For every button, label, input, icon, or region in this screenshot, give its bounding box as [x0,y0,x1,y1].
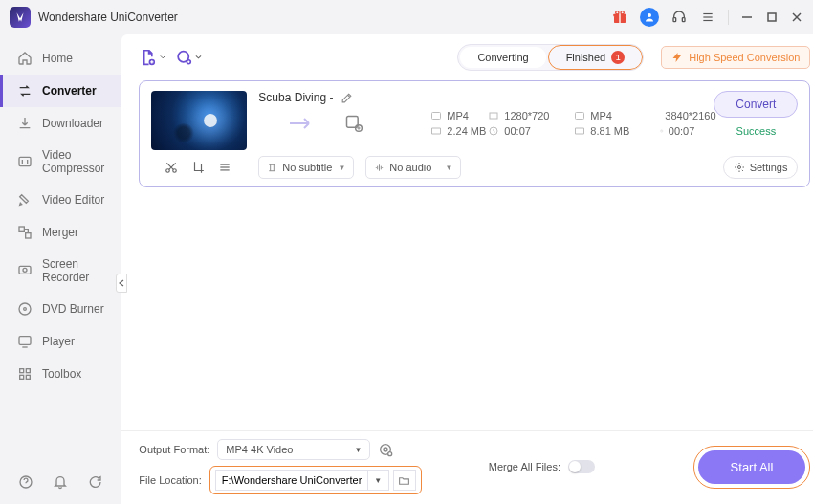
finished-badge: 1 [611,51,625,64]
headset-icon[interactable] [670,9,688,26]
location-highlight: ▼ [209,466,422,494]
svg-point-5 [648,13,651,17]
sidebar: Home Converter Downloader Video Compress… [0,34,121,504]
edit-title-icon[interactable] [341,92,353,104]
sidebar-item-home[interactable]: Home [0,42,121,75]
location-input[interactable] [215,470,368,491]
settings-button[interactable]: Settings [723,156,799,179]
file-title: Scuba Diving - [258,91,333,104]
high-speed-button[interactable]: High Speed Conversion [661,46,810,69]
sidebar-item-editor[interactable]: Video Editor [0,184,121,216]
gift-icon[interactable] [611,9,628,26]
app-logo [10,7,31,28]
footer: Output Format: MP4 4K Video▼ File Locati… [121,430,813,504]
video-thumbnail[interactable] [151,91,247,150]
src-duration: 00:07 [488,125,574,137]
menu-icon[interactable] [699,9,716,26]
src-format: MP4 [430,110,488,121]
feedback-icon[interactable] [86,473,103,491]
output-settings-icon[interactable] [344,114,430,133]
location-dropdown[interactable]: ▼ [368,470,389,491]
crop-icon[interactable] [191,161,205,174]
svg-point-20 [19,303,31,315]
tab-finished[interactable]: Finished 1 [548,45,644,70]
sidebar-item-label: Converter [42,84,97,98]
sidebar-item-label: Video Editor [42,193,104,207]
status-text: Success [736,125,777,137]
dst-size: 8.81 MB [574,125,660,137]
svg-point-4 [621,11,624,14]
svg-rect-23 [20,369,24,373]
audio-select[interactable]: No audio ▼ [365,156,461,179]
svg-rect-31 [432,113,441,120]
sidebar-item-label: Player [42,335,75,348]
sidebar-item-label: Merger [42,226,78,239]
download-icon [17,116,33,131]
sidebar-item-label: Home [42,52,73,65]
convert-button[interactable]: Convert [714,91,798,118]
sidebar-item-label: Toolbox [42,367,81,381]
sidebar-item-converter[interactable]: Converter [0,75,121,107]
location-label: File Location: [139,474,201,486]
maximize-button[interactable] [765,11,779,24]
more-icon[interactable] [218,161,231,174]
toolbox-icon [17,366,33,382]
editor-icon [17,192,33,208]
sidebar-item-label: Video Compressor [42,148,104,175]
close-button[interactable] [790,11,803,24]
merger-icon [17,225,33,240]
bell-icon[interactable] [52,473,69,491]
src-resolution: 1280*720 [488,110,574,121]
svg-rect-33 [576,113,584,120]
dvd-icon [17,301,33,317]
sidebar-item-compressor[interactable]: Video Compressor [0,140,121,184]
minimize-button[interactable] [740,11,754,24]
recorder-icon [17,263,33,278]
titlebar: Wondershare UniConverter [0,0,813,34]
svg-rect-7 [682,18,685,22]
sidebar-item-toolbox[interactable]: Toolbox [0,358,121,390]
merge-toggle[interactable] [568,460,595,473]
svg-rect-32 [490,113,497,119]
subtitle-select[interactable]: No subtitle ▼ [258,156,354,179]
tab-group: Converting Finished 1 [457,44,644,71]
svg-rect-25 [20,375,24,379]
start-all-highlight: Start All [693,446,811,489]
preset-icon[interactable] [378,442,393,457]
merge-label: Merge All Files: [489,461,560,472]
svg-rect-18 [19,266,31,274]
content-area: Converting Finished 1 High Speed Convers… [121,34,813,504]
src-size: 2.24 MB [430,125,488,137]
output-format-label: Output Format: [139,444,209,455]
browse-folder-button[interactable] [393,470,416,491]
dst-resolution: 3840*2160 [660,110,694,121]
sidebar-item-label: Downloader [42,117,103,130]
svg-point-47 [388,452,392,456]
svg-rect-6 [673,18,676,22]
arrow-icon [258,115,344,132]
trim-icon[interactable] [165,161,178,174]
output-format-select[interactable]: MP4 4K Video▼ [217,439,370,460]
sidebar-item-dvd[interactable]: DVD Burner [0,293,121,325]
file-card: Scuba Diving - MP4 1280*720 MP4 3840*216… [139,80,810,187]
svg-point-21 [24,308,27,311]
app-title: Wondershare UniConverter [38,11,178,24]
sidebar-item-downloader[interactable]: Downloader [0,107,121,140]
add-url-button[interactable] [175,44,202,71]
help-icon[interactable] [17,473,34,491]
collapse-sidebar-button[interactable] [116,274,127,293]
sidebar-item-merger[interactable]: Merger [0,216,121,249]
avatar[interactable] [640,8,659,27]
sidebar-item-player[interactable]: Player [0,325,121,358]
svg-point-46 [384,448,387,451]
home-icon [17,51,33,66]
svg-point-3 [616,11,619,14]
sidebar-item-recorder[interactable]: Screen Recorder [0,249,121,293]
svg-rect-22 [19,337,31,345]
svg-point-19 [23,268,27,272]
svg-rect-26 [26,375,30,379]
start-all-button[interactable]: Start All [698,450,806,484]
add-file-button[interactable] [139,44,165,71]
converter-icon [17,83,33,99]
tab-converting[interactable]: Converting [460,47,545,68]
